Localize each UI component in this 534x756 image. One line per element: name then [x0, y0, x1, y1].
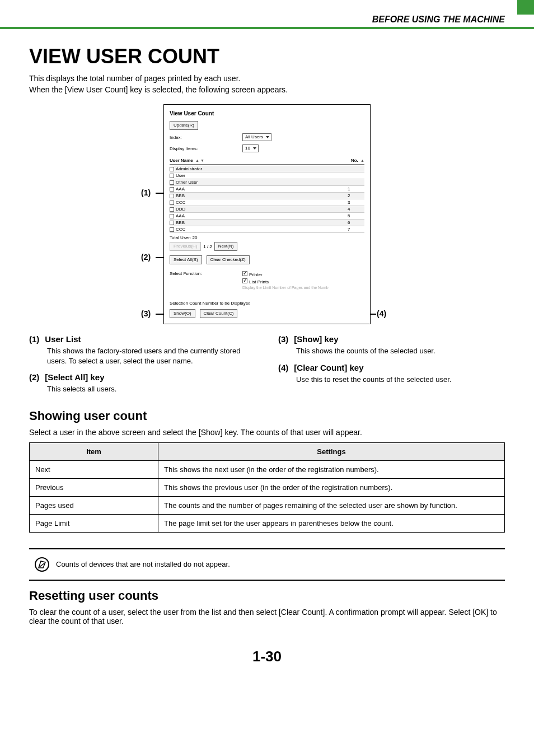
sort-arrow-icon: ▲: [360, 158, 364, 162]
table-row[interactable]: Administrator: [170, 166, 364, 172]
intro-line-2: When the [View User Count] key is select…: [29, 85, 505, 94]
section-title: BEFORE USING THE MACHINE: [372, 15, 505, 24]
intro-line-1: This displays the total number of pages …: [29, 74, 505, 83]
settings-table: Item Settings NextThis shows the next us…: [29, 442, 505, 533]
settings-item: Previous: [30, 478, 158, 496]
d4-title: [Clear Count] key: [294, 363, 363, 372]
th-item: Item: [30, 442, 158, 460]
col-user-name[interactable]: User Name: [170, 158, 193, 163]
row-no: 1: [348, 186, 364, 192]
row-no: [348, 166, 364, 171]
settings-item: Page Limit: [30, 514, 158, 532]
next-button[interactable]: Next(N): [214, 242, 238, 251]
update-button[interactable]: Update(R): [170, 121, 198, 130]
checkbox-list-prints[interactable]: [242, 278, 247, 283]
row-checkbox[interactable]: [170, 180, 174, 185]
row-username: Administrator: [176, 166, 202, 171]
row-checkbox[interactable]: [170, 200, 174, 205]
show-button[interactable]: Show(O): [170, 309, 195, 318]
table-row[interactable]: AAA5: [170, 213, 364, 220]
row-username: BBB: [176, 220, 185, 225]
d2-body: This selects all users.: [47, 384, 256, 394]
checkbox-printer[interactable]: [242, 271, 247, 276]
d1-body: This shows the factory-stored users and …: [47, 346, 256, 366]
row-checkbox[interactable]: [170, 167, 174, 171]
d3-title: [Show] key: [294, 334, 338, 344]
display-items-label: Display Items:: [170, 146, 242, 151]
settings-desc: This shows the previous user (in the ord…: [158, 478, 505, 496]
row-checkbox[interactable]: [170, 207, 174, 212]
settings-item: Pages used: [30, 496, 158, 514]
row-checkbox[interactable]: [170, 221, 174, 225]
screenshot-panel: View User Count Update(R) Index: All Use…: [163, 104, 371, 324]
callout-2: (2): [141, 253, 151, 262]
callout-3: (3): [141, 309, 151, 318]
table-row[interactable]: BBB2: [170, 193, 364, 199]
showing-heading: Showing user count: [29, 409, 505, 423]
settings-row: PreviousThis shows the previous user (in…: [30, 478, 505, 496]
display-items-select[interactable]: 10: [242, 144, 259, 152]
settings-desc: The counts and the number of pages remai…: [158, 496, 505, 514]
d2-title: [Select All] key: [45, 372, 104, 382]
note-box: Counts of devices that are not installed…: [29, 548, 505, 581]
settings-item: Next: [30, 460, 158, 478]
row-username: DDD: [176, 207, 185, 212]
settings-desc: The page limit set for the user appears …: [158, 514, 505, 532]
row-checkbox[interactable]: [170, 194, 174, 198]
previous-button[interactable]: Previous(H): [170, 242, 201, 251]
row-no: 2: [348, 193, 364, 198]
clear-count-button[interactable]: Clear Count(C): [200, 309, 238, 318]
page-title: VIEW USER COUNT: [29, 45, 505, 68]
row-no: 3: [348, 200, 364, 205]
index-label: Index:: [170, 135, 242, 140]
sort-arrows-icon: ▲ ▼: [195, 158, 204, 162]
row-username: CCC: [176, 200, 185, 205]
callout-4: (4): [377, 309, 386, 318]
row-no: 4: [348, 207, 364, 212]
row-username: AAA: [176, 213, 185, 218]
d1-num: (1): [29, 334, 39, 344]
settings-row: Pages usedThe counts and the number of p…: [30, 496, 505, 514]
showing-intro: Select a user in the above screen and se…: [29, 428, 505, 437]
user-table: AdministratorUserOther UserAAA1BBB2CCC3D…: [170, 166, 364, 233]
sf-list: List Prints: [249, 279, 269, 284]
col-no[interactable]: No.: [351, 158, 358, 163]
clear-checked-button[interactable]: Clear Checked(Z): [207, 255, 250, 264]
selection-count-label: Selection Count Number to be Displayed: [170, 301, 364, 306]
total-user: Total User: 20: [170, 235, 364, 240]
settings-row: Page LimitThe page limit set for the use…: [30, 514, 505, 532]
table-row[interactable]: Other User: [170, 179, 364, 186]
row-checkbox[interactable]: [170, 187, 174, 192]
table-row[interactable]: DDD4: [170, 206, 364, 213]
row-username: CCC: [176, 227, 185, 232]
d3-num: (3): [278, 334, 288, 344]
resetting-body: To clear the count of a user, select the…: [29, 608, 505, 626]
settings-row: NextThis shows the next user (in the ord…: [30, 460, 505, 478]
row-checkbox[interactable]: [170, 174, 174, 178]
settings-desc: This shows the next user (in the order o…: [158, 460, 505, 478]
select-all-button[interactable]: Select All(S): [170, 255, 202, 264]
top-color-bar: [0, 0, 534, 15]
table-row[interactable]: CCC7: [170, 226, 364, 233]
row-no: 7: [348, 227, 364, 232]
table-row[interactable]: BBB6: [170, 220, 364, 226]
d1-title: User List: [45, 334, 81, 344]
sf-note: Display the Limit Number of Pages and th…: [242, 286, 329, 290]
callout-1: (1): [141, 188, 151, 197]
note-text: Counts of devices that are not installed…: [56, 560, 230, 568]
row-checkbox[interactable]: [170, 214, 174, 218]
screenshot-title: View User Count: [170, 110, 364, 116]
row-username: AAA: [176, 186, 185, 192]
row-username: User: [176, 173, 185, 178]
row-checkbox[interactable]: [170, 227, 174, 232]
page-indicator: 1 / 2: [203, 244, 212, 249]
row-no: 5: [348, 213, 364, 218]
table-row[interactable]: AAA1: [170, 186, 364, 193]
sf-printer: Printer: [249, 272, 263, 277]
note-icon: [35, 557, 49, 572]
row-no: [348, 180, 364, 185]
table-row[interactable]: CCC3: [170, 199, 364, 206]
row-no: [348, 173, 364, 178]
table-row[interactable]: User: [170, 172, 364, 179]
index-select[interactable]: All Users: [242, 133, 271, 141]
